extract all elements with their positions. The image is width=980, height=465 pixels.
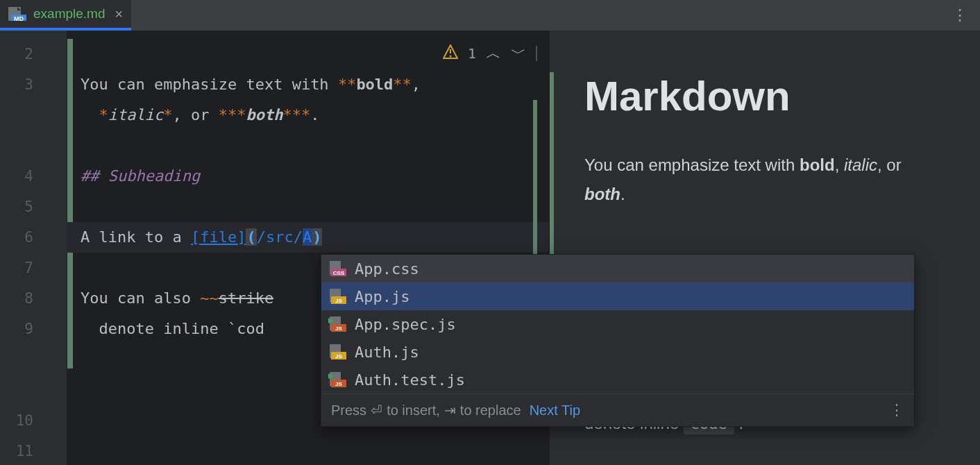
line-number[interactable]: 3 <box>0 69 67 100</box>
line-number[interactable]: 10 <box>0 405 67 436</box>
close-icon[interactable]: × <box>115 6 124 22</box>
file-tab[interactable]: MD example.md × <box>0 0 131 31</box>
code-line[interactable] <box>81 192 548 222</box>
completion-label: App.spec.js <box>355 316 456 333</box>
svg-text:JS: JS <box>335 326 342 332</box>
css-file-icon: CSS <box>328 261 346 276</box>
tab-key-icon: ⇥ <box>444 402 456 418</box>
stripe-change-marker <box>533 100 537 267</box>
next-highlight-icon[interactable]: ﹀ <box>511 43 526 64</box>
preview-heading: Markdown <box>584 72 945 120</box>
completion-item[interactable]: JS Auth.test.js <box>321 366 914 394</box>
code-line[interactable]: You can emphasize text with **bold**, <box>81 69 548 100</box>
code-line[interactable] <box>81 130 548 161</box>
js-file-icon: JS <box>328 344 346 360</box>
completion-hint-bar: Press ⏎ to insert, ⇥ to replace Next Tip… <box>321 394 914 426</box>
tab-bar: MD example.md × ⋮ <box>0 0 980 31</box>
code-line[interactable]: ## Subheading <box>81 161 548 192</box>
svg-text:JS: JS <box>335 353 342 360</box>
warning-icon[interactable] <box>443 44 458 63</box>
enter-key-icon: ⏎ <box>371 402 382 418</box>
completion-item[interactable]: CSS App.css <box>321 255 914 282</box>
completion-label: Auth.js <box>355 344 419 361</box>
js-file-icon: JS <box>328 289 346 304</box>
markdown-file-icon: MD <box>8 7 26 21</box>
completion-item[interactable]: JS App.spec.js <box>321 310 914 338</box>
inspection-indicators: 1 ︿ ﹀ <box>443 43 537 64</box>
line-number[interactable]: 8 <box>0 283 67 314</box>
js-test-file-icon: JS <box>328 316 346 332</box>
line-number[interactable]: 7 <box>0 253 67 283</box>
warning-count: 1 <box>468 45 476 62</box>
separator <box>536 46 537 61</box>
completion-item[interactable]: JS Auth.js <box>321 338 914 366</box>
completion-item-selected[interactable]: JS App.js <box>321 282 914 310</box>
gutter: 2 3 4 5 6 7 8 9 10 11 <box>0 31 67 465</box>
line-number[interactable]: 5 <box>0 192 67 222</box>
line-number[interactable]: 4 <box>0 161 67 192</box>
code-line[interactable]: *italic*, or ***both***. <box>81 100 548 130</box>
line-number[interactable]: 9 <box>0 314 67 344</box>
svg-text:JS: JS <box>335 298 342 304</box>
preview-paragraph: You can emphasize text with bold, italic… <box>584 151 945 209</box>
more-options-icon[interactable]: ⋮ <box>889 401 904 419</box>
svg-point-6 <box>449 55 451 57</box>
svg-text:CSS: CSS <box>333 270 345 276</box>
completion-label: App.js <box>355 288 409 305</box>
tab-bar-menu[interactable]: ⋮ <box>952 0 980 31</box>
completion-label: Auth.test.js <box>355 371 465 389</box>
svg-text:JS: JS <box>335 381 342 387</box>
code-line-current[interactable]: A link to a [file](/src/A) <box>67 222 548 253</box>
js-test-file-icon: JS <box>328 372 346 387</box>
line-number[interactable]: 11 <box>0 436 67 465</box>
line-number[interactable]: 6 <box>0 222 67 253</box>
line-number <box>0 344 67 405</box>
next-tip-link[interactable]: Next Tip <box>530 403 580 418</box>
completion-label: App.css <box>355 260 419 278</box>
line-number <box>0 100 67 161</box>
line-number[interactable]: 2 <box>0 39 67 69</box>
svg-text:MD: MD <box>14 15 24 21</box>
prev-highlight-icon[interactable]: ︿ <box>486 43 501 64</box>
completion-popup: CSS App.css JS App.js JS App.spec.js JS … <box>321 254 915 427</box>
tab-filename: example.md <box>33 6 105 22</box>
